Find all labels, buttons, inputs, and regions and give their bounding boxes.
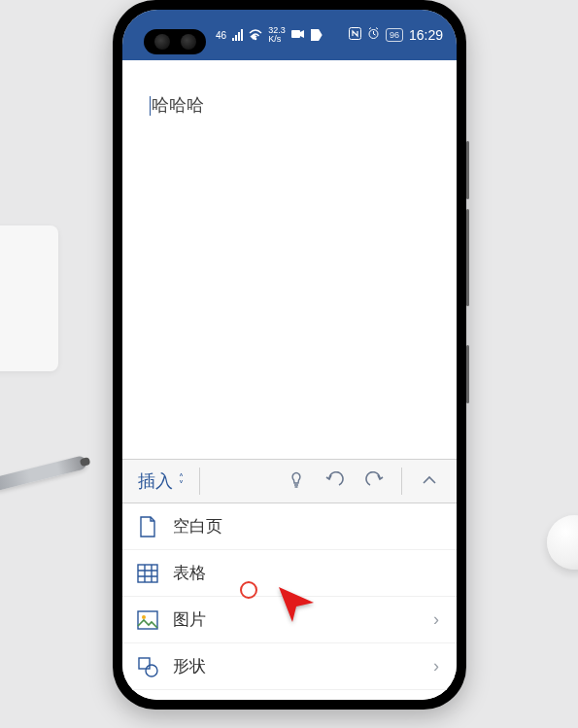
hint-button[interactable] [279, 464, 314, 499]
svg-rect-5 [138, 611, 157, 629]
desk-box-prop [0, 225, 58, 371]
text-caret [150, 96, 151, 116]
menu-item-shape[interactable]: 形状 › [122, 643, 457, 690]
menu-item-label: 表格 [173, 562, 206, 584]
table-icon [136, 562, 159, 585]
alarm-icon [367, 27, 380, 43]
desk-pen-prop [0, 455, 87, 492]
menu-item-label: 空白页 [173, 515, 222, 537]
phone-side-button [466, 209, 469, 306]
signal-icon [232, 29, 243, 41]
svg-point-6 [142, 615, 146, 619]
toolbar-divider [401, 468, 402, 495]
menu-item-label: 形状 [173, 655, 206, 677]
svg-point-8 [146, 665, 157, 676]
updown-icon: ˄˅ [179, 474, 184, 488]
nfc-icon [349, 27, 361, 43]
phone-screen: 46 32.3K/s [122, 10, 457, 700]
svg-rect-1 [291, 30, 300, 38]
menu-item-blank-page[interactable]: 空白页 [122, 503, 457, 550]
chevron-right-icon: › [433, 609, 439, 630]
network-type-label: 46 [216, 30, 226, 41]
toolbar-divider [199, 468, 200, 495]
shapes-icon [136, 655, 159, 678]
chevron-right-icon: › [433, 656, 439, 676]
svg-rect-4 [138, 565, 157, 582]
insert-menu-dropdown[interactable]: 插入 ˄˅ [132, 466, 189, 497]
wifi-icon [249, 29, 262, 41]
phone-frame: 46 32.3K/s [113, 0, 466, 710]
redo-button[interactable] [357, 464, 391, 499]
svg-rect-7 [139, 658, 150, 669]
svg-point-0 [255, 38, 257, 41]
network-speed: 32.3K/s [268, 26, 286, 44]
recording-icon [291, 28, 305, 43]
menu-item-textbox[interactable]: 文本框 [122, 690, 457, 700]
tag-icon [311, 29, 323, 41]
phone-side-button [466, 141, 469, 199]
clock-time: 16:29 [409, 27, 443, 43]
editor-toolbar: 插入 ˄˅ [122, 459, 457, 503]
undo-button[interactable] [318, 464, 353, 499]
menu-item-image[interactable]: 图片 › [122, 597, 457, 643]
desk-ball-prop [547, 515, 578, 570]
image-icon [136, 608, 159, 632]
battery-indicator: 96 [386, 28, 403, 42]
camera-cutout [144, 29, 206, 54]
close-panel-button[interactable] [412, 464, 447, 499]
phone-side-button [466, 345, 469, 403]
document-text: 哈哈哈 [152, 95, 204, 115]
insert-menu-label: 插入 [138, 469, 173, 493]
page-icon [136, 515, 159, 538]
document-canvas[interactable]: 哈哈哈 [122, 60, 457, 459]
insert-menu-panel: 空白页 表格 图片 › 形状 › [122, 503, 457, 700]
menu-item-table[interactable]: 表格 [122, 550, 457, 597]
menu-item-label: 图片 [173, 608, 206, 631]
